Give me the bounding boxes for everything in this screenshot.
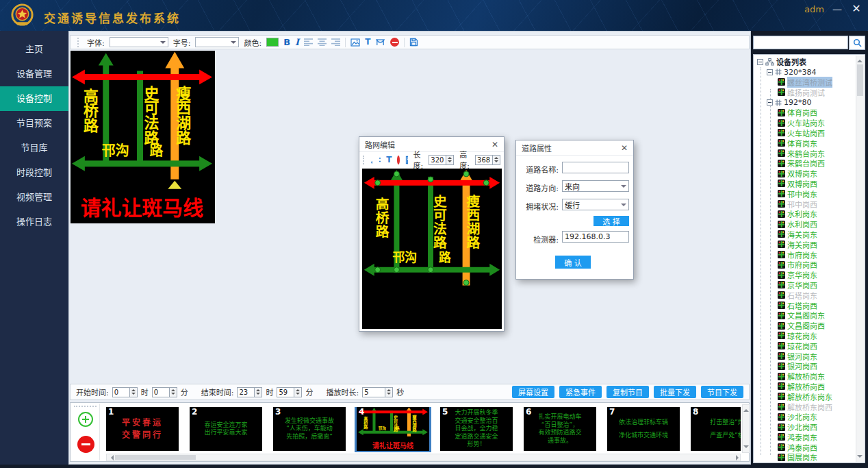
tree-device-item[interactable]: 文昌阁岗东 — [756, 310, 854, 321]
tree-device-item[interactable]: 火车站岗东 — [756, 118, 854, 128]
scroll-left-icon[interactable] — [108, 455, 114, 460]
save-icon[interactable] — [405, 156, 408, 164]
length-input[interactable] — [429, 155, 446, 165]
start-hour-input[interactable] — [112, 387, 130, 397]
end-minute-input[interactable] — [277, 387, 294, 397]
font-size-combobox[interactable] — [195, 37, 239, 47]
action-button[interactable]: 复制节目 — [607, 386, 649, 398]
tree-device-item[interactable]: 体育岗东 — [756, 138, 854, 148]
thumbnails-vertical-scrollbar[interactable] — [742, 404, 750, 453]
tree-device-item[interactable]: 邗中岗西 — [756, 199, 854, 209]
collapse-icon[interactable] — [757, 59, 763, 65]
sidebar-item[interactable]: 主页 — [0, 37, 68, 62]
tree-device-item[interactable]: 体育岗西 — [756, 108, 854, 118]
end-hour-input[interactable] — [237, 387, 255, 397]
program-thumbnail[interactable]: 2春运安全连万家出行平安靠大家 — [190, 407, 262, 451]
sidebar-item[interactable]: 节目预案 — [0, 111, 68, 136]
align-center-icon[interactable] — [318, 38, 327, 46]
tree-device-item[interactable]: 国展岗西 — [756, 463, 854, 463]
sidebar-item[interactable]: 操作日志 — [0, 210, 68, 234]
program-thumbnail[interactable]: 1平安春运交警同行 — [106, 407, 179, 451]
device-search-input[interactable] — [753, 36, 848, 49]
tree-device-item[interactable]: 来鹤台岗西 — [756, 158, 854, 169]
tree-device-item[interactable]: 文昌阁岗西 — [756, 321, 854, 331]
sidebar-item[interactable]: 设备控制 — [0, 86, 68, 111]
action-button[interactable]: 节目下发 — [701, 386, 743, 398]
tree-device-item[interactable]: 双博岗东 — [756, 169, 854, 179]
tree-device-item[interactable]: 石塔岗西 — [756, 300, 854, 310]
scroll-up-icon[interactable] — [743, 406, 749, 412]
tree-device-item[interactable]: 国展岗东 — [756, 452, 854, 463]
delete-button[interactable] — [397, 156, 400, 164]
road-editor-canvas[interactable]: 高桥路 史可法路 瘦西湖路 邗沟 路 — [362, 169, 502, 329]
program-thumbnail[interactable]: 5大力开展秋冬季交通安全整治百日会战，全力稳定道路交通安全形势！ — [440, 407, 513, 451]
duration-input[interactable] — [362, 387, 385, 397]
tree-root[interactable]: 设备列表 — [756, 57, 854, 67]
insert-image-icon[interactable] — [350, 38, 360, 47]
tree-device-item[interactable]: 解放桥东岗西 — [756, 402, 854, 412]
tree-device-item[interactable]: 琼花岗东 — [756, 331, 854, 341]
program-thumbnail[interactable]: 7依法治理非标车辆净化城市交通环境 — [607, 407, 680, 451]
draw-road-icon[interactable] — [370, 156, 373, 164]
collapse-icon[interactable] — [767, 69, 773, 75]
action-button[interactable]: 批量下发 — [654, 386, 696, 398]
tree-group[interactable]: 320*384 — [756, 67, 854, 77]
detector-input[interactable] — [562, 231, 629, 243]
spinner-buttons[interactable] — [385, 387, 393, 397]
tree-device-item[interactable]: 海关岗东 — [756, 230, 854, 240]
tree-device-item[interactable]: 海关岗西 — [756, 239, 854, 249]
sidebar-item[interactable]: 视频管理 — [0, 185, 68, 210]
confirm-button[interactable]: 确 认 — [555, 256, 591, 269]
dialog-titlebar[interactable]: 道路属性 ✕ — [516, 140, 633, 156]
spinner-buttons[interactable] — [255, 387, 262, 397]
tree-device-item[interactable]: 水利岗东 — [756, 209, 854, 219]
tree-device-item[interactable]: 市府岗西 — [756, 260, 854, 270]
thumbnails-horizontal-scrollbar[interactable] — [106, 454, 741, 461]
tree-device-item[interactable]: 沙北岗西 — [756, 422, 854, 432]
tree-device-item[interactable]: 京华岗东 — [756, 270, 854, 280]
search-button[interactable] — [849, 36, 865, 50]
program-thumbnail[interactable]: 3发生轻微交通事故“人未伤，车能动先拍照，后撤离” — [273, 407, 346, 451]
text-tool-button[interactable]: T — [386, 156, 392, 164]
scroll-right-icon[interactable] — [736, 455, 741, 460]
crossing-tool-icon[interactable] — [378, 156, 381, 164]
save-icon[interactable] — [409, 38, 418, 47]
tree-device-item[interactable]: 京华岗西 — [756, 280, 854, 291]
add-program-button[interactable] — [78, 412, 93, 427]
bold-button[interactable]: B — [283, 38, 290, 47]
tree-device-item[interactable]: 银河岗东 — [756, 351, 854, 361]
collapse-icon[interactable] — [767, 99, 773, 106]
italic-button[interactable]: I — [295, 38, 299, 47]
align-right-icon[interactable] — [331, 38, 340, 46]
font-family-combobox[interactable] — [110, 37, 168, 47]
close-icon[interactable]: ✕ — [492, 140, 498, 149]
start-minute-input[interactable] — [152, 387, 170, 397]
tree-device-item[interactable]: 解放桥东岗东 — [756, 391, 854, 402]
spinner-buttons[interactable] — [294, 387, 302, 397]
scrollbar-thumb[interactable] — [115, 455, 196, 460]
tree-device-item[interactable]: 双博岗西 — [756, 179, 854, 189]
scroll-down-icon[interactable] — [743, 445, 749, 451]
tree-device-item[interactable]: 来鹤台岗东 — [756, 148, 854, 158]
close-button[interactable]: ✕ — [849, 2, 864, 15]
program-thumbnail[interactable]: 4 高桥路 史可法路 瘦西湖路 邗沟 路 请礼让斑马线 — [357, 407, 429, 451]
remove-program-button[interactable] — [77, 436, 94, 453]
sidebar-item[interactable]: 设备管理 — [0, 62, 68, 86]
spinner-buttons[interactable] — [130, 387, 138, 397]
scrollbar-thumb[interactable] — [857, 64, 863, 96]
tree-device-item[interactable]: 鸿泰岗西 — [756, 442, 854, 452]
tree-scrollbar[interactable] — [856, 56, 864, 462]
tree-device-item[interactable]: 鸿泰岗东 — [756, 432, 854, 442]
tree-device-item[interactable]: 银河岗西 — [756, 361, 854, 371]
scroll-down-icon[interactable] — [857, 455, 863, 460]
tree-group[interactable]: 192*80 — [756, 97, 854, 108]
action-button[interactable]: 屏幕设置 — [512, 386, 554, 398]
tree-device-item[interactable]: 解放桥岗东 — [756, 371, 854, 382]
delete-button[interactable] — [390, 38, 399, 47]
color-swatch[interactable] — [266, 38, 279, 47]
spinner-buttons[interactable] — [446, 155, 454, 165]
sidebar-item[interactable]: 节目库 — [0, 136, 68, 160]
close-icon[interactable]: ✕ — [621, 143, 628, 153]
height-input[interactable] — [475, 155, 493, 165]
select-detector-button[interactable]: 选 择 — [593, 216, 629, 226]
